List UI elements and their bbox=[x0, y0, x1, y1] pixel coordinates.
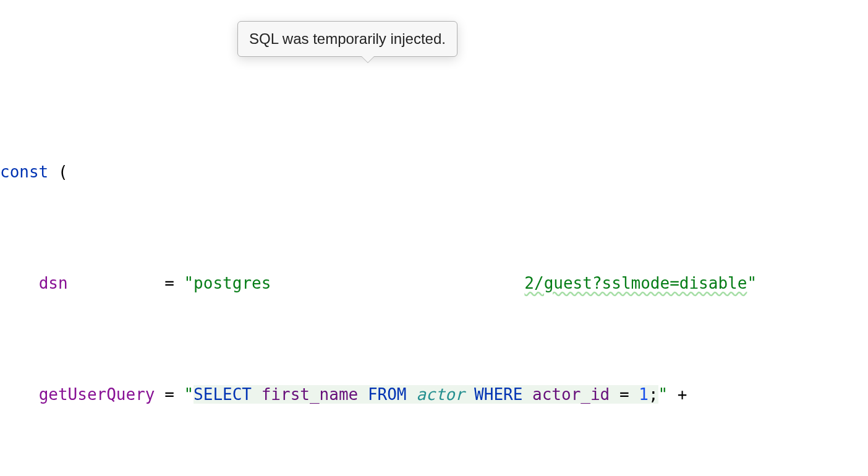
code-line[interactable]: dsn = "postgres2/guest?sslmode=disable" bbox=[0, 272, 868, 294]
inspection-tooltip: SQL was temporarily injected. bbox=[237, 21, 457, 57]
ident-getUserQuery: getUserQuery bbox=[39, 385, 155, 404]
ident-dsn: dsn bbox=[39, 274, 68, 292]
tooltip-text: SQL was temporarily injected. bbox=[249, 30, 446, 47]
code-editor[interactable]: SQL was temporarily injected. const ( ds… bbox=[0, 0, 868, 476]
code-line[interactable]: getUserQuery = "SELECT first_name FROM a… bbox=[0, 383, 868, 406]
keyword-const: const bbox=[0, 163, 48, 181]
code-line[interactable]: const ( bbox=[0, 161, 868, 183]
